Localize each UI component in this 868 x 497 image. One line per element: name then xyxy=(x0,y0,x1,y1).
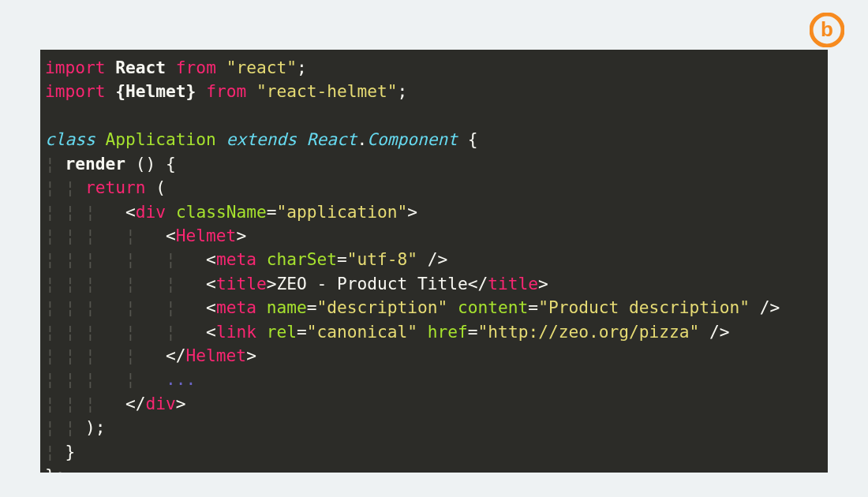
punct: = xyxy=(528,297,538,317)
identifier: React xyxy=(307,129,357,149)
brand-logo-icon: b xyxy=(810,13,844,50)
identifier: {Helmet} xyxy=(115,81,196,101)
indent-guide: ¦ ¦ ¦ ¦ xyxy=(45,346,166,365)
identifier: React xyxy=(115,58,166,77)
indent-guide: ¦ ¦ ¦ xyxy=(45,202,125,222)
punct: = xyxy=(337,249,347,269)
indent-guide: ¦ ¦ xyxy=(45,417,85,437)
angle: </ xyxy=(468,274,488,293)
jsx-tag: Helmet xyxy=(186,346,247,365)
angle: </ xyxy=(166,346,186,365)
jsx-attr: name xyxy=(267,297,307,317)
punct: = xyxy=(267,202,277,222)
indent-guide: ¦ xyxy=(45,442,65,462)
keyword-from: from xyxy=(176,58,216,77)
punct: = xyxy=(468,322,478,342)
angle: /> xyxy=(699,322,729,342)
jsx-text: ZEO - Product Title xyxy=(276,274,467,293)
jsx-tag: Helmet xyxy=(176,226,237,245)
keyword-import: import xyxy=(45,81,106,101)
method-name: render xyxy=(65,154,126,174)
punct: . xyxy=(357,129,367,149)
angle: < xyxy=(206,249,216,269)
indent-guide: ¦ ¦ ¦ ¦ ¦ xyxy=(45,274,206,293)
jsx-attr: rel xyxy=(267,322,297,342)
angle: < xyxy=(166,226,176,245)
keyword-import: import xyxy=(45,58,106,77)
indent-guide: ¦ ¦ ¦ ¦ ¦ xyxy=(45,322,206,342)
identifier: Component xyxy=(367,129,458,149)
string: "canonical" xyxy=(307,322,417,342)
jsx-tag: div xyxy=(146,394,176,413)
jsx-tag: meta xyxy=(216,249,256,269)
ellipsis: ... xyxy=(166,369,196,389)
angle: > xyxy=(176,394,186,413)
string: "react" xyxy=(226,58,297,77)
angle: < xyxy=(125,202,136,222)
jsx-attr: charSet xyxy=(267,249,337,269)
punct: () { xyxy=(125,154,176,174)
angle: > xyxy=(538,274,548,293)
space xyxy=(447,297,458,317)
angle: < xyxy=(206,322,216,342)
indent-guide: ¦ ¦ ¦ xyxy=(45,394,125,413)
keyword-return: return xyxy=(85,178,146,197)
angle: < xyxy=(206,274,216,293)
indent-guide: ¦ ¦ xyxy=(45,178,85,197)
punct: ( xyxy=(146,178,166,197)
jsx-tag: meta xyxy=(216,297,256,317)
space xyxy=(256,249,267,269)
angle: /> xyxy=(750,297,780,317)
keyword-class: class xyxy=(45,129,95,149)
angle: /> xyxy=(417,249,447,269)
keyword-extends: extends xyxy=(226,129,297,149)
space xyxy=(256,322,267,342)
jsx-attr: content xyxy=(458,297,528,317)
indent-guide: ¦ xyxy=(45,154,65,174)
punct: = xyxy=(307,297,317,317)
punct: = xyxy=(297,322,307,342)
jsx-tag: div xyxy=(136,202,166,222)
string: "description" xyxy=(316,297,447,317)
punct: ; xyxy=(297,58,307,77)
punct: { xyxy=(458,129,478,149)
jsx-tag: title xyxy=(488,274,538,293)
class-name: Application xyxy=(106,129,216,149)
punct: ); xyxy=(85,417,106,437)
jsx-attr: href xyxy=(428,322,468,342)
angle: < xyxy=(206,297,216,317)
angle: </ xyxy=(125,394,146,413)
string: "react-helmet" xyxy=(256,81,398,101)
indent-guide: ¦ ¦ ¦ ¦ xyxy=(45,226,166,245)
jsx-attr: className xyxy=(176,202,267,222)
string: "utf-8" xyxy=(347,249,417,269)
jsx-tag: title xyxy=(216,274,267,293)
space xyxy=(166,202,176,222)
indent-guide: ¦ ¦ ¦ ¦ xyxy=(45,369,166,389)
angle: > xyxy=(407,202,417,222)
punct: ; xyxy=(398,81,408,101)
keyword-from: from xyxy=(206,81,246,101)
angle: > xyxy=(236,226,246,245)
string: "Product description" xyxy=(538,297,750,317)
code-snippet: import React from "react"; import {Helme… xyxy=(40,50,828,473)
space xyxy=(256,297,267,317)
string: "http://zeo.org/pizza" xyxy=(478,322,700,342)
space xyxy=(417,322,428,342)
punct: } xyxy=(65,442,76,462)
jsx-tag: link xyxy=(216,322,256,342)
angle: > xyxy=(267,274,277,293)
string: "application" xyxy=(276,202,407,222)
punct: }; xyxy=(45,465,65,473)
indent-guide: ¦ ¦ ¦ ¦ ¦ xyxy=(45,297,206,317)
svg-text:b: b xyxy=(821,17,833,41)
indent-guide: ¦ ¦ ¦ ¦ ¦ xyxy=(45,249,206,269)
angle: > xyxy=(246,346,256,365)
